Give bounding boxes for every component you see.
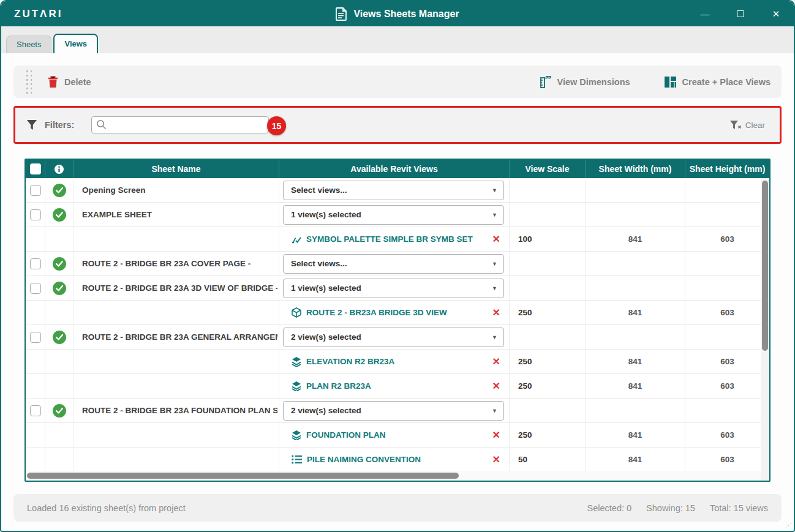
sheet-row: ROUTE 2 - BRIDGE BR 23A FOUNDATION PLAN … bbox=[26, 399, 769, 423]
filter-clear-icon bbox=[729, 120, 742, 130]
views-dropdown[interactable]: 1 view(s) selected▼ bbox=[283, 205, 504, 225]
sheet-height-value: 603 bbox=[720, 381, 734, 391]
remove-view-button[interactable]: ✕ bbox=[492, 430, 500, 440]
remove-view-button[interactable]: ✕ bbox=[492, 381, 500, 391]
horizontal-scrollbar-thumb[interactable] bbox=[27, 473, 459, 479]
views-dropdown-value: Select views... bbox=[291, 185, 347, 195]
sheet-height-value: 603 bbox=[720, 308, 734, 317]
vertical-scrollbar-thumb[interactable] bbox=[762, 181, 768, 351]
filters-bar: Filters: Clear bbox=[15, 108, 780, 142]
chevron-down-icon: ▼ bbox=[492, 261, 497, 267]
zutari-logo: ZUTΛRI bbox=[14, 8, 62, 20]
section-icon bbox=[292, 381, 301, 391]
view-scale-header[interactable]: View Scale bbox=[510, 160, 586, 178]
views-dropdown-value: 1 view(s) selected bbox=[291, 283, 361, 293]
document-icon bbox=[336, 7, 347, 21]
row-checkbox[interactable] bbox=[30, 405, 41, 416]
status-selected: Selected: 0 bbox=[587, 503, 632, 513]
selected-view-name[interactable]: ELEVATION R2 BR23A bbox=[306, 357, 394, 366]
layout-grid-icon bbox=[665, 77, 676, 88]
ruler-icon bbox=[540, 76, 551, 88]
view-row: ELEVATION R2 BR23A✕250841603 bbox=[26, 350, 769, 374]
selected-view-name[interactable]: PILE NAIMING CONVENTION bbox=[307, 455, 421, 464]
window-title: Views Sheets Manager bbox=[353, 9, 459, 20]
selected-view-name[interactable]: SYMBOL PALETTE SIMPLE BR SYMB SET bbox=[306, 234, 473, 244]
selected-view-name[interactable]: FOUNDATION PLAN bbox=[306, 430, 386, 440]
toolbar: Delete View Dimensions Create + Place Vi… bbox=[13, 66, 782, 98]
views-dropdown[interactable]: Select views...▼ bbox=[283, 254, 504, 274]
chevron-down-icon: ▼ bbox=[492, 285, 497, 291]
filter-icon bbox=[26, 119, 37, 130]
remove-view-button[interactable]: ✕ bbox=[492, 455, 500, 465]
views-dropdown[interactable]: 2 view(s) selected▼ bbox=[283, 328, 504, 347]
sheet-height-value: 603 bbox=[720, 357, 734, 366]
view-row: FOUNDATION PLAN✕250841603 bbox=[26, 423, 769, 448]
status-ok-icon bbox=[53, 282, 66, 295]
views-table: Sheet Name Available Revit Views View Sc… bbox=[24, 159, 771, 482]
sheet-name-header[interactable]: Sheet Name bbox=[73, 160, 279, 178]
sheet-name: EXAMPLE SHEET bbox=[82, 210, 152, 219]
title-bar: ZUTΛRI Views Sheets Manager — ☐ ✕ bbox=[1, 1, 794, 26]
chevron-down-icon: ▼ bbox=[492, 187, 497, 193]
filter-search-input[interactable] bbox=[91, 116, 269, 133]
create-place-views-label: Create + Place Views bbox=[682, 77, 771, 87]
view-dimensions-label: View Dimensions bbox=[557, 77, 630, 87]
selected-view-name[interactable]: PLAN R2 BR23A bbox=[306, 381, 371, 391]
table-header-row: Sheet Name Available Revit Views View Sc… bbox=[26, 160, 769, 178]
vertical-scrollbar-track[interactable] bbox=[761, 178, 769, 481]
remove-view-button[interactable]: ✕ bbox=[492, 308, 500, 318]
sheet-height-value: 603 bbox=[720, 430, 734, 440]
minimize-button[interactable]: — bbox=[687, 1, 723, 26]
view-scale-value: 250 bbox=[518, 381, 532, 391]
search-icon bbox=[96, 119, 107, 130]
resize-grip[interactable]: ⋰ bbox=[785, 522, 791, 530]
row-checkbox[interactable] bbox=[30, 209, 41, 220]
drag-handle[interactable] bbox=[24, 68, 32, 96]
sheet-row: ROUTE 2 - BRIDGE BR 23A GENERAL ARRANGEM… bbox=[26, 325, 769, 350]
sheet-name: ROUTE 2 - BRIDGE BR 23A COVER PAGE - bbox=[82, 259, 251, 268]
legend-icon bbox=[292, 234, 301, 244]
sheet-height-header[interactable]: Sheet Height (mm) bbox=[685, 160, 769, 178]
status-ok-icon bbox=[53, 404, 66, 418]
close-button[interactable]: ✕ bbox=[758, 1, 794, 26]
row-checkbox[interactable] bbox=[30, 258, 41, 269]
clear-filters-button[interactable]: Clear bbox=[729, 120, 769, 130]
status-ok-icon bbox=[53, 331, 66, 344]
row-checkbox[interactable] bbox=[30, 185, 41, 196]
trash-icon bbox=[48, 76, 58, 88]
sheet-height-value: 603 bbox=[720, 234, 734, 244]
create-place-views-button[interactable]: Create + Place Views bbox=[665, 77, 771, 88]
sheet-width-header[interactable]: Sheet Width (mm) bbox=[586, 160, 685, 178]
tab-views[interactable]: Views bbox=[53, 34, 98, 53]
row-checkbox[interactable] bbox=[30, 332, 41, 343]
views-dropdown-value: Select views... bbox=[291, 259, 347, 268]
clear-filters-label: Clear bbox=[745, 121, 765, 130]
views-dropdown[interactable]: 1 view(s) selected▼ bbox=[283, 279, 504, 298]
view-scale-value: 250 bbox=[518, 308, 532, 317]
views-dropdown-value: 2 view(s) selected bbox=[291, 332, 361, 342]
status-ok-icon bbox=[53, 208, 66, 222]
sheet-name: ROUTE 2 - BRIDGE BR 23A 3D VIEW OF BRIDG… bbox=[82, 283, 277, 293]
views-dropdown[interactable]: Select views...▼ bbox=[283, 181, 504, 200]
app-window: ZUTΛRI Views Sheets Manager — ☐ ✕ Sheets… bbox=[0, 0, 795, 532]
selected-view-name[interactable]: ROUTE 2 - BR23A BRIDGE 3D VIEW bbox=[306, 308, 447, 317]
sheet-width-value: 841 bbox=[628, 381, 642, 391]
info-column-header bbox=[45, 160, 73, 178]
remove-view-button[interactable]: ✕ bbox=[492, 357, 500, 367]
schedule-icon bbox=[292, 455, 302, 464]
table-body: Opening ScreenSelect views...▼EXAMPLE SH… bbox=[26, 178, 769, 472]
select-all-checkbox[interactable] bbox=[30, 163, 41, 174]
tab-sheets[interactable]: Sheets bbox=[6, 36, 51, 53]
views-dropdown[interactable]: 2 view(s) selected▼ bbox=[283, 401, 504, 421]
view-dimensions-button[interactable]: View Dimensions bbox=[540, 76, 630, 88]
delete-button[interactable]: Delete bbox=[48, 76, 91, 88]
available-views-header[interactable]: Available Revit Views bbox=[279, 160, 510, 178]
remove-view-button[interactable]: ✕ bbox=[492, 234, 500, 244]
sheet-width-value: 841 bbox=[628, 430, 642, 440]
horizontal-scrollbar-track[interactable] bbox=[26, 471, 761, 481]
chevron-down-icon: ▼ bbox=[492, 334, 497, 340]
maximize-button[interactable]: ☐ bbox=[723, 1, 758, 26]
view-row: SYMBOL PALETTE SIMPLE BR SYMB SET✕100841… bbox=[26, 227, 769, 252]
row-checkbox[interactable] bbox=[30, 283, 41, 294]
chevron-down-icon: ▼ bbox=[492, 408, 497, 414]
